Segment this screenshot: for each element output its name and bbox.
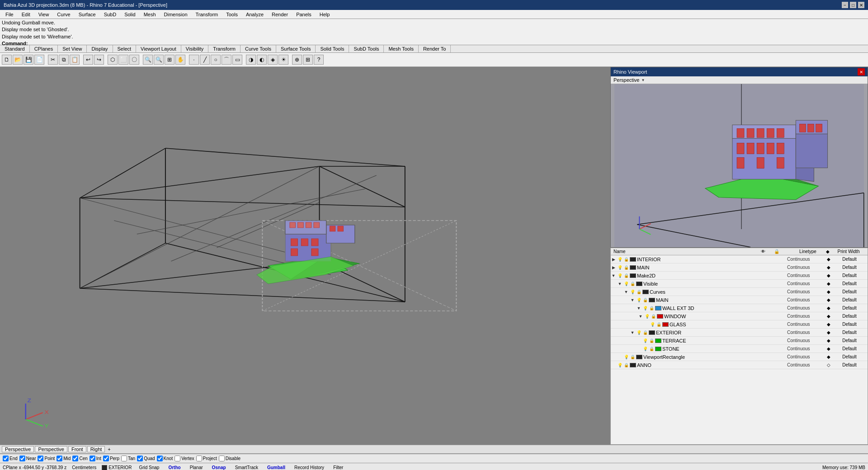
status-osnap-button[interactable]: Osnap (210, 465, 228, 470)
snap-end[interactable]: End (3, 456, 18, 461)
layer-expand-icon[interactable]: ▼ (623, 289, 629, 295)
tab-display[interactable]: Display (87, 45, 113, 52)
menu-file[interactable]: File (2, 11, 17, 18)
menu-subd[interactable]: SubD (100, 11, 120, 18)
menu-tools[interactable]: Tools (222, 11, 241, 18)
tool-open[interactable]: 📂 (13, 55, 23, 65)
snap-int[interactable]: Int (90, 456, 101, 461)
tool-undo[interactable]: ↩ (83, 55, 93, 65)
layer-expand-icon[interactable]: ▼ (638, 314, 643, 319)
menu-panels[interactable]: Panels (292, 11, 315, 18)
menu-analyze[interactable]: Analyze (242, 11, 267, 18)
layer-visibility-icon[interactable]: 💡 (630, 289, 635, 295)
tool-help[interactable]: ? (314, 55, 324, 65)
layer-row[interactable]: ▼ 💡 🔒 WINDOW Continuous ◆ Default (611, 312, 868, 320)
layer-row[interactable]: ▼ 💡 🔒 WALL EXT 3D Continuous ◆ Default (611, 304, 868, 312)
close-button[interactable]: ✕ (858, 2, 864, 8)
snap-mid[interactable]: Mid (57, 456, 71, 461)
layer-row[interactable]: ▼ 💡 🔒 EXTERIOR Continuous ◆ Default (611, 329, 868, 337)
layer-visibility-icon[interactable]: 💡 (642, 346, 648, 352)
tool-point[interactable]: · (189, 55, 199, 65)
layer-color-swatch[interactable] (655, 347, 661, 351)
layer-row[interactable]: ▶ 💡 🔒 MAIN Continuous ◆ Default (611, 263, 868, 272)
tool-zoom-out[interactable]: 🔍 (154, 55, 164, 65)
rhino-viewport-dropdown-icon[interactable]: ▼ (641, 78, 645, 82)
tool-materials[interactable]: ◈ (268, 55, 278, 65)
snap-tan[interactable]: Tan (121, 456, 135, 461)
layer-lock-icon[interactable]: 🔒 (642, 297, 648, 303)
layer-color-swatch[interactable] (636, 282, 642, 286)
tab-setview[interactable]: Set View (58, 45, 87, 52)
layer-lock-icon[interactable]: 🔒 (630, 281, 635, 287)
tool-render[interactable]: ◑ (246, 55, 256, 65)
snap-vertex[interactable]: Vertex (175, 456, 194, 461)
tool-select[interactable]: ⬡ (108, 55, 118, 65)
tool-save[interactable]: 💾 (24, 55, 33, 65)
tool-line[interactable]: ╱ (200, 55, 210, 65)
tab-subd-tools[interactable]: SubD Tools (349, 45, 384, 52)
layer-row[interactable]: ▶ 💡 🔒 GLASS Continuous ◆ Default (611, 320, 868, 329)
layer-lock-icon[interactable]: 🔒 (649, 306, 654, 311)
tab-viewport-layout[interactable]: Viewport Layout (136, 45, 181, 52)
tab-select[interactable]: Select (113, 45, 137, 52)
status-record-history-button[interactable]: Record History (292, 465, 326, 470)
layer-row[interactable]: ▶ 💡 🔒 TERRACE Continuous ◆ Default (611, 337, 868, 345)
layer-visibility-icon[interactable]: 💡 (623, 354, 629, 360)
rhino-viewport-canvas[interactable] (611, 84, 868, 247)
layer-row[interactable]: ▶ 💡 🔒 ANNO Continuous ◇ Default (611, 361, 868, 369)
layer-lock-icon[interactable]: 🔒 (656, 322, 661, 327)
layer-expand-icon[interactable]: ▼ (630, 297, 635, 303)
status-filter-button[interactable]: Filter (331, 465, 345, 470)
tool-pan[interactable]: ✋ (175, 55, 185, 65)
snap-cen[interactable]: Cen (72, 456, 87, 461)
tool-cut[interactable]: ✂ (48, 55, 58, 65)
snap-disable[interactable]: Disable (219, 456, 241, 461)
layer-color-swatch[interactable] (630, 363, 636, 367)
tab-mesh-tools[interactable]: Mesh Tools (384, 45, 418, 52)
layer-color-swatch[interactable] (630, 257, 636, 262)
layer-lock-icon[interactable]: 🔒 (623, 362, 629, 368)
tool-zoom-all[interactable]: ⊞ (165, 55, 175, 65)
menu-dimension[interactable]: Dimension (160, 11, 191, 18)
layer-color-swatch[interactable] (662, 322, 669, 327)
layer-expand-icon[interactable]: ▶ (611, 257, 616, 262)
layer-visibility-icon[interactable]: 💡 (636, 330, 642, 335)
layer-expand-icon[interactable]: ▼ (636, 306, 642, 311)
viewport-tab-front[interactable]: Front (68, 446, 86, 452)
tool-paste[interactable]: 📋 (70, 55, 80, 65)
tab-visibility[interactable]: Visibility (181, 45, 209, 52)
menu-mesh[interactable]: Mesh (140, 11, 160, 18)
layer-visibility-icon[interactable]: 💡 (617, 362, 623, 368)
layer-expand-icon[interactable]: ▶ (611, 265, 616, 270)
layer-row[interactable]: ▶ 💡 🔒 STONE Continuous ◆ Default (611, 345, 868, 353)
layer-lock-icon[interactable]: 🔒 (651, 314, 656, 319)
layer-visibility-icon[interactable]: 💡 (636, 297, 642, 303)
viewport-tab-right[interactable]: Right (87, 446, 105, 452)
status-grid-snap-button[interactable]: Grid Snap (137, 465, 161, 470)
tool-snap[interactable]: ⊕ (292, 55, 302, 65)
layer-color-swatch[interactable] (630, 273, 636, 278)
viewport-left[interactable]: Perspective ▼ (0, 67, 610, 445)
status-gumball-button[interactable]: Gumball (265, 465, 287, 470)
tool-saveas[interactable]: 📄 (34, 55, 44, 65)
status-planar-button[interactable]: Planar (188, 465, 205, 470)
tab-curve-tools[interactable]: Curve Tools (241, 45, 276, 52)
layer-color-swatch[interactable] (655, 338, 661, 343)
viewport-tab-perspective2[interactable]: Perspective (35, 446, 67, 452)
tool-render2[interactable]: ◐ (257, 55, 267, 65)
tab-solid-tools[interactable]: Solid Tools (316, 45, 349, 52)
tool-lasso[interactable]: 〇 (129, 55, 139, 65)
tool-arc[interactable]: ⌒ (222, 55, 231, 65)
menu-help[interactable]: Help (316, 11, 334, 18)
layer-lock-icon[interactable]: 🔒 (649, 346, 654, 352)
snap-point[interactable]: Point (38, 456, 55, 461)
layer-row[interactable]: ▼ 💡 🔒 Curves Continuous ◆ Default (611, 288, 868, 296)
layer-expand-icon[interactable]: ▼ (630, 330, 635, 335)
layer-visibility-icon[interactable]: 💡 (617, 265, 623, 270)
tool-gumball[interactable]: ⊞ (303, 55, 313, 65)
tool-new[interactable]: 🗋 (2, 55, 12, 65)
layer-visibility-icon[interactable]: 💡 (642, 338, 648, 343)
menu-curve[interactable]: Curve (53, 11, 74, 18)
layer-row[interactable]: ▼ 💡 🔒 MAIN Continuous ◆ Default (611, 296, 868, 304)
menu-solid[interactable]: Solid (121, 11, 139, 18)
